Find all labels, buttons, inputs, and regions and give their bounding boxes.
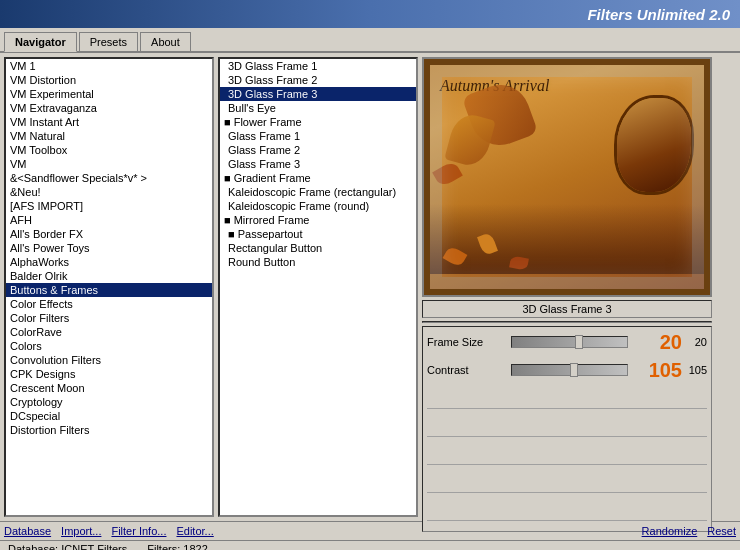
filter-category-item[interactable]: All's Border FX bbox=[6, 227, 212, 241]
filter-sublist-item[interactable]: ■ Passepartout bbox=[220, 227, 416, 241]
filter-sublist-item[interactable]: Bull's Eye bbox=[220, 101, 416, 115]
database-status: Database: ICNET-Filters bbox=[8, 543, 127, 550]
import-link[interactable]: Import... bbox=[61, 525, 101, 537]
filter-category-item[interactable]: Crescent Moon bbox=[6, 381, 212, 395]
filter-category-item[interactable]: Convolution Filters bbox=[6, 353, 212, 367]
preview-controls-area: Autumn's Arrival bbox=[422, 57, 736, 517]
frame-size-value-large: 20 bbox=[632, 331, 682, 354]
tab-presets[interactable]: Presets bbox=[79, 32, 138, 51]
filter-category-item[interactable]: ColorRave bbox=[6, 325, 212, 339]
tab-bar: Navigator Presets About bbox=[0, 28, 740, 53]
filter-category-item[interactable]: VM bbox=[6, 157, 212, 171]
filter-category-list[interactable]: VM 1VM DistortionVM ExperimentalVM Extra… bbox=[4, 57, 214, 517]
filter-sublist-item[interactable]: Kaleidoscopic Frame (round) bbox=[220, 199, 416, 213]
empty-row-5 bbox=[427, 499, 707, 521]
app-title: Filters Unlimited 2.0 bbox=[587, 6, 730, 23]
filter-category-item[interactable]: VM 1 bbox=[6, 59, 212, 73]
database-link[interactable]: Database bbox=[4, 525, 51, 537]
filter-category-item[interactable]: VM Extravaganza bbox=[6, 101, 212, 115]
filter-category-item[interactable]: Cryptology bbox=[6, 395, 212, 409]
empty-row-3 bbox=[427, 443, 707, 465]
empty-row-4 bbox=[427, 471, 707, 493]
preview-box: Autumn's Arrival bbox=[422, 57, 712, 297]
filter-sublist-item[interactable]: Rectangular Button bbox=[220, 241, 416, 255]
filter-sublist-item[interactable]: Round Button bbox=[220, 255, 416, 269]
params-area: Frame Size 20 20 Contrast 105 105 bbox=[422, 326, 712, 532]
filter-category-item[interactable]: [AFS IMPORT] bbox=[6, 199, 212, 213]
editor-link[interactable]: Editor... bbox=[176, 525, 213, 537]
filter-sublist-item[interactable]: 3D Glass Frame 3 bbox=[220, 87, 416, 101]
empty-row-1 bbox=[427, 387, 707, 409]
filter-category-item[interactable]: VM Natural bbox=[6, 129, 212, 143]
filter-sublist-item[interactable]: 3D Glass Frame 2 bbox=[220, 73, 416, 87]
filter-category-item[interactable]: &<Sandflower Specials*v* > bbox=[6, 171, 212, 185]
filter-sublist-item[interactable]: 3D Glass Frame 1 bbox=[220, 59, 416, 73]
title-bar: Filters Unlimited 2.0 bbox=[0, 0, 740, 28]
frame-size-label: Frame Size bbox=[427, 336, 507, 348]
contrast-row: Contrast 105 105 bbox=[427, 359, 707, 381]
contrast-label: Contrast bbox=[427, 364, 507, 376]
filter-category-item[interactable]: Balder Olrik bbox=[6, 269, 212, 283]
contrast-value-small: 105 bbox=[682, 364, 707, 376]
filter-name-bar: 3D Glass Frame 3 bbox=[422, 300, 712, 318]
filter-sublist-item[interactable]: Glass Frame 2 bbox=[220, 143, 416, 157]
filter-category-item[interactable]: VM Distortion bbox=[6, 73, 212, 87]
filter-category-item[interactable]: VM Experimental bbox=[6, 87, 212, 101]
filter-sublist-item[interactable]: ■ Flower Frame bbox=[220, 115, 416, 129]
filter-sublist-item[interactable]: ■ Mirrored Frame bbox=[220, 213, 416, 227]
main-content: VM 1VM DistortionVM ExperimentalVM Extra… bbox=[0, 53, 740, 521]
filter-category-item[interactable]: CPK Designs bbox=[6, 367, 212, 381]
tab-navigator[interactable]: Navigator bbox=[4, 32, 77, 52]
filter-category-item[interactable]: AFH bbox=[6, 213, 212, 227]
progress-bar bbox=[422, 321, 712, 323]
filter-category-item[interactable]: Color Filters bbox=[6, 311, 212, 325]
preview-art: Autumn's Arrival bbox=[424, 59, 710, 295]
contrast-slider[interactable] bbox=[511, 364, 628, 376]
filter-category-item[interactable]: &Neu! bbox=[6, 185, 212, 199]
filter-sublist[interactable]: 3D Glass Frame 13D Glass Frame 23D Glass… bbox=[218, 57, 418, 517]
filter-category-item[interactable]: Buttons & Frames bbox=[6, 283, 212, 297]
action-bar-right: Randomize Reset bbox=[642, 525, 736, 537]
filter-category-item[interactable]: Colors bbox=[6, 339, 212, 353]
reset-link[interactable]: Reset bbox=[707, 525, 736, 537]
filter-category-item[interactable]: VM Toolbox bbox=[6, 143, 212, 157]
filter-info-link[interactable]: Filter Info... bbox=[111, 525, 166, 537]
empty-row-2 bbox=[427, 415, 707, 437]
filter-category-item[interactable]: VM Instant Art bbox=[6, 115, 212, 129]
filter-sublist-item[interactable]: Glass Frame 3 bbox=[220, 157, 416, 171]
tab-about[interactable]: About bbox=[140, 32, 191, 51]
filter-category-item[interactable]: Color Effects bbox=[6, 297, 212, 311]
filter-sublist-item[interactable]: Kaleidoscopic Frame (rectangular) bbox=[220, 185, 416, 199]
frame-size-row: Frame Size 20 20 bbox=[427, 331, 707, 353]
filter-sublist-item[interactable]: Glass Frame 1 bbox=[220, 129, 416, 143]
filter-sublist-item[interactable]: ■ Gradient Frame bbox=[220, 171, 416, 185]
randomize-link[interactable]: Randomize bbox=[642, 525, 698, 537]
filter-category-item[interactable]: Distortion Filters bbox=[6, 423, 212, 437]
filter-category-item[interactable]: All's Power Toys bbox=[6, 241, 212, 255]
filter-category-item[interactable]: DCspecial bbox=[6, 409, 212, 423]
frame-size-value-small: 20 bbox=[682, 336, 707, 348]
filter-category-item[interactable]: AlphaWorks bbox=[6, 255, 212, 269]
status-bar: Database: ICNET-Filters Filters: 1822 bbox=[0, 540, 740, 550]
contrast-value-large: 105 bbox=[632, 359, 682, 382]
frame-size-slider[interactable] bbox=[511, 336, 628, 348]
filters-status: Filters: 1822 bbox=[147, 543, 208, 550]
